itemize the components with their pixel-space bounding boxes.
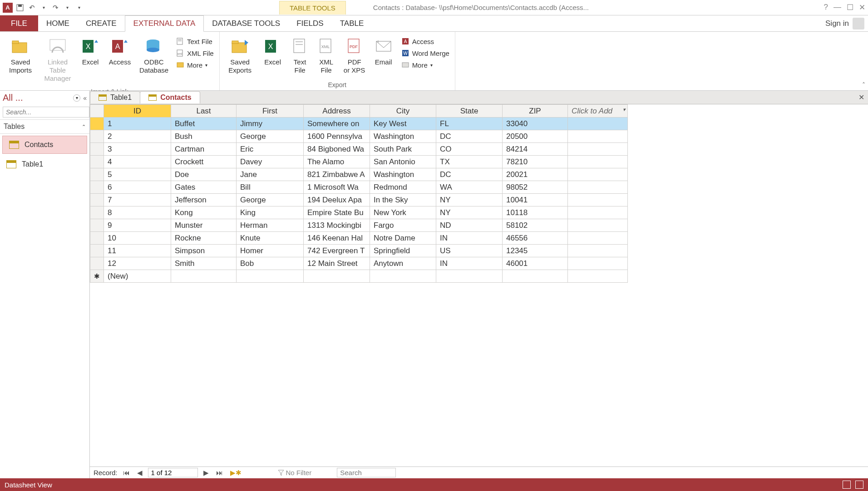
column-header-address[interactable]: Address▾ <box>304 105 370 118</box>
import-more-button[interactable]: More ▾ <box>174 60 216 70</box>
cell[interactable]: 12 Main Street <box>304 257 370 270</box>
import-text-file-button[interactable]: Text File <box>174 36 216 46</box>
cell[interactable]: Washington <box>370 168 436 181</box>
table-row[interactable]: 6GatesBill1 Microsoft WaRedmondWA98052 <box>90 181 628 194</box>
row-selector[interactable] <box>90 156 104 168</box>
nav-group-header[interactable]: Tables ⌃ <box>0 119 89 134</box>
cell[interactable]: Smith <box>171 257 237 270</box>
cell[interactable]: 8 <box>104 206 171 219</box>
cell[interactable]: In the Sky <box>370 194 436 206</box>
cell[interactable]: Bill <box>237 181 304 194</box>
cell[interactable]: 20500 <box>503 130 568 143</box>
last-record-icon[interactable]: ⏭ <box>214 469 225 476</box>
tab-external-data[interactable]: EXTERNAL DATA <box>125 15 204 32</box>
import-access-button[interactable]: A Access <box>106 34 133 68</box>
cell[interactable] <box>568 118 628 130</box>
cell[interactable]: WA <box>436 181 503 194</box>
cell[interactable]: 194 Deelux Apa <box>304 194 370 206</box>
cell[interactable]: 10041 <box>503 194 568 206</box>
datasheet-grid[interactable]: ID▾Last▾First▾Address▾City▾State▾ZIP▾Cli… <box>90 104 868 466</box>
cell[interactable]: 84214 <box>503 143 568 156</box>
table-row[interactable]: 9MunsterHerman1313 MockingbiFargoND58102 <box>90 219 628 232</box>
cell[interactable]: 12 <box>104 257 171 270</box>
chevron-down-icon[interactable]: ▾ <box>299 116 301 118</box>
row-selector[interactable] <box>90 168 104 181</box>
cell[interactable]: Washington <box>370 130 436 143</box>
export-pdf-xps-button[interactable]: PDF PDF or XPS <box>341 34 368 76</box>
export-xml-file-button[interactable]: XML XML File <box>315 34 338 76</box>
cell[interactable]: Knute <box>237 232 304 245</box>
chevron-down-icon[interactable]: ▾ <box>232 116 234 118</box>
table-row[interactable]: 4CrockettDaveyThe AlamoSan AntonioTX7821… <box>90 156 628 168</box>
close-object-icon[interactable]: ✕ <box>858 93 864 102</box>
cell[interactable]: Jane <box>237 168 304 181</box>
cell[interactable]: 1 <box>104 118 171 130</box>
close-icon[interactable]: ✕ <box>859 3 865 12</box>
chevron-down-icon[interactable]: ▾ <box>63 3 72 12</box>
cell[interactable]: DC <box>436 130 503 143</box>
cell[interactable] <box>568 232 628 245</box>
saved-imports-button[interactable]: Saved Imports <box>4 34 37 76</box>
export-access-button[interactable]: A Access <box>399 36 451 46</box>
linked-table-manager-button[interactable]: Linked Table Manager <box>41 34 74 84</box>
row-selector[interactable] <box>90 143 104 156</box>
row-selector[interactable] <box>90 181 104 194</box>
import-odbc-button[interactable]: ODBC Database <box>137 34 171 76</box>
chevron-down-icon[interactable]: ▾ <box>563 116 566 118</box>
cell[interactable]: (New) <box>104 270 171 283</box>
row-selector[interactable] <box>90 232 104 245</box>
row-selector[interactable] <box>90 194 104 206</box>
nav-item-table1[interactable]: Table1 <box>0 156 89 173</box>
cell[interactable]: 1313 Mockingbi <box>304 219 370 232</box>
table-row[interactable]: 1BuffetJimmySomewhere onKey WestFL33040 <box>90 118 628 130</box>
cell[interactable]: Key West <box>370 118 436 130</box>
cell[interactable] <box>568 245 628 257</box>
cell[interactable]: 5 <box>104 168 171 181</box>
cell[interactable]: 4 <box>104 156 171 168</box>
table-row[interactable]: 10RockneKnute146 Keenan HalNotre DameIN4… <box>90 232 628 245</box>
cell[interactable]: TX <box>436 156 503 168</box>
export-excel-button[interactable]: X Excel <box>261 34 285 68</box>
cell[interactable]: 1 Microsoft Wa <box>304 181 370 194</box>
cell[interactable]: Somewhere on <box>304 118 370 130</box>
cell[interactable]: The Alamo <box>304 156 370 168</box>
undo-icon[interactable]: ↶ <box>27 3 36 12</box>
cell[interactable] <box>568 181 628 194</box>
cell[interactable]: Munster <box>171 219 237 232</box>
table-row[interactable]: 8KongKingEmpire State BuNew YorkNY10118 <box>90 206 628 219</box>
cell[interactable]: ND <box>436 219 503 232</box>
nav-item-contacts[interactable]: Contacts <box>2 136 87 154</box>
avatar-icon[interactable] <box>853 18 864 29</box>
table-row[interactable]: 3CartmanEric84 Bigboned WaSouth ParkCO84… <box>90 143 628 156</box>
cell[interactable]: 2 <box>104 130 171 143</box>
cell[interactable]: Jefferson <box>171 194 237 206</box>
cell[interactable]: George <box>237 194 304 206</box>
new-record-icon[interactable]: ▶✱ <box>228 469 243 477</box>
export-word-merge-button[interactable]: W Word Merge <box>399 48 451 58</box>
object-tab-contacts[interactable]: Contacts <box>140 91 200 103</box>
cell[interactable]: 7 <box>104 194 171 206</box>
tab-table[interactable]: TABLE <box>332 15 372 31</box>
cell[interactable]: 84 Bigboned Wa <box>304 143 370 156</box>
tab-create[interactable]: CREATE <box>78 15 125 31</box>
cell[interactable]: 11 <box>104 245 171 257</box>
cell[interactable]: Rockne <box>171 232 237 245</box>
chevron-down-icon[interactable]: ▾ <box>623 107 626 113</box>
cell[interactable] <box>568 156 628 168</box>
cell[interactable] <box>568 168 628 181</box>
cell[interactable]: 78210 <box>503 156 568 168</box>
cell[interactable] <box>568 143 628 156</box>
save-icon[interactable] <box>15 3 25 12</box>
cell[interactable]: Bob <box>237 257 304 270</box>
cell[interactable]: FL <box>436 118 503 130</box>
import-excel-button[interactable]: X Excel <box>78 34 103 68</box>
chevron-down-icon[interactable]: ▾ <box>498 116 500 118</box>
cell[interactable]: CO <box>436 143 503 156</box>
cell[interactable]: US <box>436 245 503 257</box>
object-tab-table1[interactable]: Table1 <box>90 91 140 103</box>
cell[interactable]: San Antonio <box>370 156 436 168</box>
cell[interactable]: NY <box>436 206 503 219</box>
cell[interactable]: King <box>237 206 304 219</box>
cell[interactable]: Crockett <box>171 156 237 168</box>
collapse-ribbon-icon[interactable]: ˄ <box>862 81 865 88</box>
